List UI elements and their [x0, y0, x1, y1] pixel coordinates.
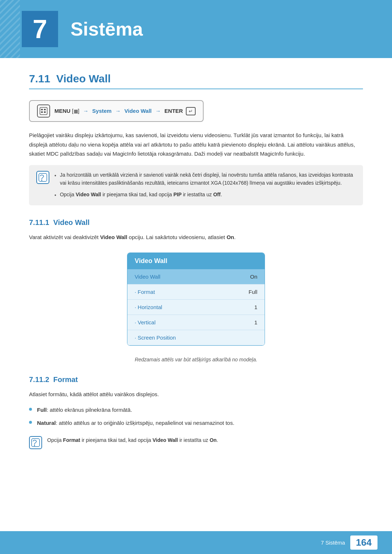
mockup-row-format: · Format Full [127, 284, 265, 300]
ui-mockup-container: Video Wall Video Wall On · Format Full ·… [29, 253, 363, 346]
svg-rect-4 [44, 111, 46, 113]
small-note-text: Opcija Format ir pieejama tikai tad, kad… [47, 436, 218, 444]
note-box: • Ja horizontālā un vertikālā virzienā i… [29, 165, 363, 205]
bullet-list: Full: attēlo ekrānus pilnekrāna formātā.… [29, 406, 363, 427]
svg-rect-1 [41, 109, 43, 110]
svg-point-6 [41, 180, 42, 181]
bullet-1: • [54, 172, 56, 180]
chapter-title: Sistēma [70, 18, 143, 40]
bullet-dot-2 [29, 421, 32, 424]
menu-path-box: MENU [▦] → System → Video Wall → ENTER ↵ [29, 100, 204, 122]
bullet-item-natural: Natural: attēlo attēlus ar to oriģinālo … [29, 419, 363, 427]
subsection-title-2: 7.11.2 Format [29, 376, 363, 384]
mockup-row-screen-position: · Screen Position [127, 330, 265, 345]
small-note-icon [29, 436, 42, 449]
note-icon-symbol [36, 171, 49, 184]
enter-icon: ↵ [186, 107, 196, 115]
mockup-row-videowall: Video Wall On [127, 269, 265, 284]
note-item-2: • Opcija Video Wall ir pieejama tikai ta… [54, 190, 356, 199]
bullet-item-full: Full: attēlo ekrānus pilnekrāna formātā. [29, 406, 363, 414]
intro-text: Pielāgojiet vairāku displeju izkārtojumu… [29, 131, 363, 159]
subsection-title-1: 7.11.1 Video Wall [29, 218, 363, 227]
mockup-row-horizontal: · Horizontal 1 [127, 300, 265, 315]
svg-rect-3 [41, 111, 43, 113]
bullet-2: • [54, 191, 56, 199]
small-note-box: Opcija Format ir pieejama tikai tad, kad… [29, 432, 363, 453]
footer-page-number: 164 [350, 535, 377, 550]
chapter-number: 7 [22, 11, 58, 47]
subsection-2-intro: Atlasiet formātu, kādā attēlot attēlu va… [29, 390, 363, 399]
svg-rect-0 [40, 107, 47, 115]
subsection-1-body: Varat aktivizēt vai deaktivizēt Video Wa… [29, 233, 363, 242]
menu-path-text: MENU [▦] → System → Video Wall → ENTER ↵ [54, 107, 196, 115]
bullet-dot-1 [29, 408, 32, 411]
note-content: • Ja horizontālā un vertikālā virzienā i… [54, 171, 356, 200]
svg-point-8 [34, 445, 35, 446]
mockup-caption: Redzamais attēls var būt atšķirīgs atkar… [29, 357, 363, 362]
footer-chapter-label: 7 Sistēma [321, 539, 345, 546]
mockup-header: Video Wall [127, 253, 265, 269]
ui-mockup: Video Wall Video Wall On · Format Full ·… [127, 253, 265, 346]
page-header: 7 Sistēma [0, 0, 392, 58]
section-title: 7.11 Video Wall [29, 73, 363, 89]
svg-rect-2 [44, 109, 46, 110]
page-footer: 7 Sistēma 164 [0, 531, 392, 554]
main-content: 7.11 Video Wall MENU [▦] → System → Vide… [0, 73, 392, 487]
note-item-1: • Ja horizontālā un vertikālā virzienā i… [54, 171, 356, 187]
mockup-row-vertical: · Vertical 1 [127, 315, 265, 330]
menu-icon [37, 104, 50, 118]
